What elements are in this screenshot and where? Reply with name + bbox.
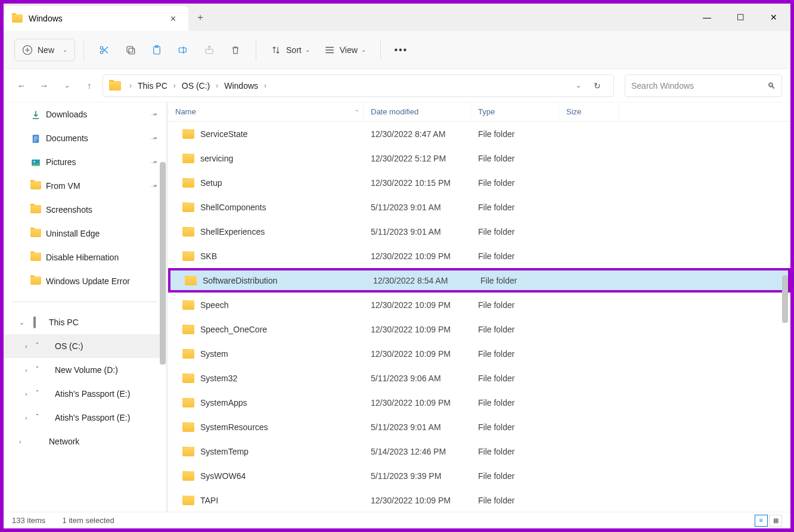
sidebar-item-label: Windows Update Error [46, 276, 130, 286]
sidebar-network[interactable]: ›Network [4, 430, 166, 453]
folder-icon [182, 300, 194, 310]
sidebar-drive[interactable]: ›OS (C:) [4, 334, 166, 358]
file-type: File folder [473, 276, 562, 285]
file-row[interactable]: ShellExperiences5/11/2023 9:01 AMFile fo… [168, 219, 790, 244]
up-button[interactable]: ↑ [80, 76, 99, 95]
expand-icon[interactable]: ⌄ [19, 319, 24, 326]
maximize-button[interactable]: ☐ [724, 4, 757, 31]
explorer-window: Windows ✕ ＋ — ☐ ✕ New ⌄ Sort ⌄ [4, 4, 790, 528]
file-row[interactable]: TAPI12/30/2022 10:09 PMFile folder [168, 488, 790, 512]
file-name: Speech_OneCore [200, 325, 267, 334]
file-date: 12/30/2022 8:47 AM [364, 129, 471, 139]
expand-icon[interactable]: › [19, 438, 21, 445]
navigation-pane: Downloads📌︎Documents📌︎Pictures📌︎From VM📌… [4, 102, 166, 512]
file-row[interactable]: SKB12/30/2022 10:09 PMFile folder [168, 244, 790, 268]
file-row[interactable]: SystemApps12/30/2022 10:09 PMFile folder [168, 390, 790, 415]
file-name: SoftwareDistribution [203, 276, 277, 285]
search-box[interactable]: 🔍︎ [625, 74, 782, 97]
file-row[interactable]: SoftwareDistribution12/30/2022 8:54 AMFi… [168, 268, 790, 293]
file-type: File folder [471, 447, 559, 456]
file-row[interactable]: ServiceState12/30/2022 8:47 AMFile folde… [168, 122, 790, 146]
sidebar-this-pc[interactable]: ⌄This PC [4, 310, 166, 334]
forward-button[interactable]: → [35, 76, 54, 95]
refresh-button[interactable]: ↻ [587, 81, 607, 91]
file-row[interactable]: SystemResources5/11/2023 9:01 AMFile fol… [168, 415, 790, 439]
file-name: ShellComponents [200, 203, 266, 212]
sidebar-item[interactable]: Screenshots [4, 198, 166, 222]
folder-icon [182, 447, 194, 456]
sidebar-item[interactable]: Pictures📌︎ [4, 150, 166, 174]
sidebar-item[interactable]: Documents📌︎ [4, 126, 166, 150]
download-icon [30, 110, 41, 119]
paste-button[interactable] [145, 39, 169, 61]
new-tab-button[interactable]: ＋ [188, 4, 212, 31]
rename-button[interactable] [171, 39, 195, 61]
file-row[interactable]: ShellComponents5/11/2023 9:01 AMFile fol… [168, 195, 790, 219]
sidebar-item[interactable]: Downloads📌︎ [4, 102, 166, 126]
sidebar-item[interactable]: From VM📌︎ [4, 174, 166, 198]
expand-icon[interactable]: › [25, 343, 27, 350]
delete-button[interactable] [224, 39, 247, 61]
back-button[interactable]: ← [12, 76, 31, 95]
file-row[interactable]: SystemTemp5/14/2023 12:46 PMFile folder [168, 439, 790, 463]
close-tab-button[interactable]: ✕ [166, 14, 180, 23]
pin-icon: 📌︎ [150, 157, 159, 167]
copy-button[interactable] [119, 39, 142, 61]
column-name[interactable]: Name⌃ [168, 102, 364, 121]
expand-icon[interactable]: › [25, 366, 27, 374]
column-size[interactable]: Size [559, 102, 619, 121]
more-button[interactable]: ••• [389, 39, 413, 61]
window-tab[interactable]: Windows ✕ [4, 6, 188, 31]
column-type[interactable]: Type [471, 102, 559, 121]
sidebar-drive[interactable]: ›New Volume (D:) [4, 358, 166, 382]
file-row[interactable]: SysWOW645/11/2023 9:39 PMFile folder [168, 463, 790, 488]
item-count: 133 items [12, 516, 45, 525]
new-button[interactable]: New ⌄ [14, 39, 75, 61]
sidebar-drive[interactable]: ›Atish's Passport (E:) [4, 382, 166, 406]
minimize-button[interactable]: — [690, 4, 724, 31]
scrollbar-thumb[interactable] [782, 275, 788, 323]
recent-button[interactable]: ⌄ [57, 76, 76, 95]
close-window-button[interactable]: ✕ [757, 4, 790, 31]
breadcrumb[interactable]: Windows [222, 80, 260, 92]
pin-icon: 📌︎ [150, 133, 159, 143]
view-button[interactable]: View ⌄ [318, 39, 372, 61]
file-name: SKB [200, 251, 217, 261]
file-row[interactable]: Speech12/30/2022 10:09 PMFile folder [168, 293, 790, 317]
expand-icon[interactable]: › [25, 414, 27, 421]
address-history-button[interactable]: ⌄ [570, 82, 586, 89]
sidebar-item[interactable]: Uninstall Edge [4, 222, 166, 245]
file-date: 12/30/2022 5:12 PM [364, 154, 471, 163]
sort-button[interactable]: Sort ⌄ [265, 39, 316, 61]
file-row[interactable]: Setup12/30/2022 10:15 PMFile folder [168, 170, 790, 195]
scrollbar-thumb[interactable] [160, 162, 166, 365]
file-name: SystemTemp [200, 447, 249, 456]
address-row: ← → ⌄ ↑ › This PC › OS (C:) › Windows › … [4, 69, 790, 102]
copy-icon [125, 45, 136, 55]
share-button[interactable] [197, 39, 221, 61]
file-date: 12/30/2022 10:09 PM [364, 325, 471, 334]
search-input[interactable] [631, 81, 767, 91]
folder-icon [30, 253, 41, 262]
cut-button[interactable] [92, 39, 116, 61]
sidebar-item[interactable]: Disable Hibernation [4, 245, 166, 269]
file-type: File folder [471, 471, 559, 481]
rename-icon [178, 45, 188, 55]
sidebar-drive[interactable]: ›Atish's Passport (E:) [4, 406, 166, 430]
file-row[interactable]: servicing12/30/2022 5:12 PMFile folder [168, 146, 790, 170]
file-row[interactable]: Speech_OneCore12/30/2022 10:09 PMFile fo… [168, 317, 790, 341]
column-date[interactable]: Date modified [364, 102, 471, 121]
breadcrumb[interactable]: This PC [135, 80, 170, 92]
svg-rect-7 [179, 48, 186, 52]
address-bar[interactable]: › This PC › OS (C:) › Windows › ⌄ ↻ [103, 74, 614, 97]
disk-icon [39, 365, 50, 375]
details-view-toggle[interactable]: ≡ [755, 515, 768, 527]
thumbnails-view-toggle[interactable]: ▦ [769, 515, 782, 527]
file-row[interactable]: System325/11/2023 9:06 AMFile folder [168, 366, 790, 390]
file-date: 5/11/2023 9:39 PM [364, 471, 471, 481]
file-row[interactable]: System12/30/2022 10:09 PMFile folder [168, 341, 790, 366]
breadcrumb[interactable]: OS (C:) [179, 80, 212, 92]
folder-icon [182, 203, 194, 212]
sidebar-item[interactable]: Windows Update Error [4, 269, 166, 293]
expand-icon[interactable]: › [25, 390, 27, 397]
